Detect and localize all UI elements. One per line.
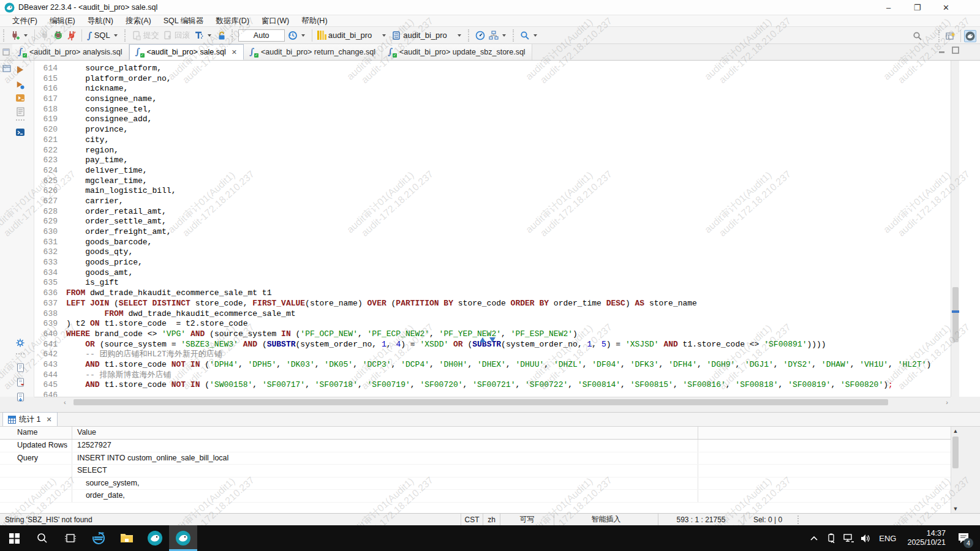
quick-access-search-button[interactable] — [911, 30, 924, 42]
maximize-editor-icon[interactable] — [480, 337, 486, 342]
line-number: 644 — [34, 370, 64, 381]
dbeaver-taskbar-button-active[interactable] — [169, 525, 197, 551]
taskbar-search-button[interactable] — [28, 525, 56, 551]
minimize-button[interactable]: – — [874, 0, 903, 15]
usb-device-icon[interactable] — [824, 525, 839, 551]
scroll-left-icon[interactable]: ‹ — [64, 398, 66, 407]
status-write-mode[interactable]: 可写 — [500, 514, 554, 525]
status-selection[interactable]: Sel: 0 | 0 — [744, 514, 791, 525]
open-perspective-button[interactable] — [944, 30, 957, 42]
rollback-button[interactable]: 回滚 — [161, 29, 192, 42]
execute-sql-new-tab-icon[interactable] — [15, 79, 26, 90]
disconnect-button[interactable] — [65, 29, 78, 42]
code-area[interactable]: source_platform, platform_order_no, nick… — [64, 61, 951, 397]
chevron-down-icon[interactable] — [458, 34, 461, 37]
editor-vertical-scrollbar[interactable] — [951, 61, 959, 397]
close-button[interactable]: ✕ — [932, 0, 960, 15]
panel-icon[interactable] — [2, 64, 11, 73]
sash-controls[interactable] — [480, 337, 496, 342]
statistics-tab[interactable]: 统计 1 ✕ — [2, 412, 58, 426]
minimize-editor-icon[interactable] — [489, 337, 496, 342]
reconnect-button[interactable] — [51, 29, 65, 42]
close-icon[interactable]: ✕ — [232, 48, 237, 56]
search-button[interactable] — [518, 29, 541, 42]
chevron-down-icon[interactable] — [114, 34, 118, 37]
tray-chevron-up-icon[interactable] — [807, 525, 821, 551]
minimize-view-icon[interactable] — [938, 47, 946, 54]
language-indicator[interactable]: ENG — [875, 534, 900, 543]
connection-selector[interactable]: audit_bi_pro — [315, 29, 390, 41]
taskbar-clock[interactable]: 14:37 2025/10/21 — [902, 529, 951, 547]
database-selector[interactable]: audit_bi_pro — [390, 29, 465, 42]
table-row[interactable]: order_date, — [0, 490, 951, 503]
start-button[interactable] — [0, 525, 28, 551]
autocommit-lock-button[interactable] — [215, 29, 228, 42]
menu-item[interactable]: 窗口(W) — [255, 16, 295, 26]
line-number: 640 — [34, 329, 64, 340]
menu-item[interactable]: SQL 编辑器 — [157, 16, 210, 26]
new-connection-button[interactable] — [9, 29, 31, 42]
menu-item[interactable]: 文件(F) — [6, 16, 43, 26]
dbeaver-perspective-button[interactable] — [964, 30, 976, 42]
table-row[interactable]: QueryINSERT INTO custom_online_sale_bill… — [0, 452, 951, 465]
maximize-view-icon[interactable] — [952, 47, 959, 54]
volume-icon[interactable] — [858, 525, 873, 551]
connect-button[interactable] — [38, 29, 51, 42]
table-row[interactable]: SELECT — [0, 465, 951, 478]
dashboard-button[interactable] — [473, 29, 487, 42]
scroll-right-icon[interactable]: › — [946, 398, 948, 407]
chevron-down-icon[interactable] — [382, 34, 386, 37]
file-explorer-button[interactable] — [113, 525, 141, 551]
script-statistics-icon[interactable] — [15, 106, 26, 117]
chevron-down-icon[interactable] — [208, 34, 211, 37]
taskbar: ENG 14:37 2025/10/21 4 — [0, 525, 980, 551]
network-icon[interactable] — [841, 525, 856, 551]
internet-explorer-button[interactable] — [85, 525, 113, 551]
explain-plan-gear-icon[interactable] — [15, 337, 26, 348]
execute-script-icon[interactable] — [15, 92, 26, 103]
transaction-mode-combo[interactable]: Auto — [238, 29, 285, 42]
table-row[interactable]: Updated Rows12527927 — [0, 440, 951, 452]
dbeaver-taskbar-button[interactable] — [141, 525, 169, 551]
status-timezone[interactable]: CST — [461, 514, 483, 525]
menu-item[interactable]: 导航(N) — [81, 16, 119, 26]
menu-item[interactable]: 帮助(H) — [295, 16, 333, 26]
execution-plan-button[interactable] — [487, 29, 510, 42]
results-vertical-scrollbar[interactable]: ▲ ▼ — [951, 427, 959, 513]
load-sql-file-icon[interactable] — [15, 362, 26, 373]
maximize-button[interactable]: ❐ — [903, 0, 932, 15]
execute-sql-icon[interactable] — [15, 64, 26, 75]
scrollbar-thumb[interactable] — [74, 399, 888, 405]
chevron-down-icon[interactable] — [502, 34, 506, 37]
editor-tab[interactable]: ∫✓<audit_bi_pro> analysis.sql — [12, 44, 129, 60]
action-center-button[interactable]: 4 — [953, 525, 974, 551]
restore-panel-icon[interactable] — [0, 44, 12, 60]
scroll-up-icon[interactable]: ▲ — [951, 428, 960, 434]
chevron-down-icon[interactable] — [24, 34, 28, 37]
chevron-down-icon[interactable] — [533, 34, 537, 37]
menu-item[interactable]: 编辑(E) — [43, 16, 81, 26]
editor-horizontal-scrollbar[interactable]: ‹ › — [34, 397, 951, 407]
editor-tab[interactable]: ∫✓<audit_bi_pro> update_sbz_store.sql — [382, 44, 532, 60]
scroll-down-icon[interactable]: ▼ — [951, 506, 960, 512]
menu-item[interactable]: 数据库(D) — [209, 16, 255, 26]
table-row[interactable]: source_system, — [0, 478, 951, 490]
column-header-name[interactable]: Name — [0, 427, 72, 439]
transaction-history-button[interactable] — [286, 29, 309, 42]
column-header-value[interactable]: Value — [72, 427, 698, 439]
editor-tab[interactable]: ∫✓<audit_bi_pro> return_change.sql — [244, 44, 382, 60]
menu-item[interactable]: 搜索(A) — [119, 16, 157, 26]
sql-editor-button[interactable]: ∫ SQL — [85, 29, 121, 42]
commit-button[interactable]: 提交 — [130, 29, 161, 42]
chevron-down-icon[interactable] — [301, 34, 305, 37]
save-sql-file-icon[interactable] — [15, 377, 26, 388]
status-language[interactable]: zh — [483, 514, 500, 525]
close-icon[interactable]: ✕ — [46, 416, 51, 424]
transaction-log-button[interactable] — [192, 29, 215, 42]
editor-tab[interactable]: ∫✓<audit_bi_pro> sale.sql✕ — [129, 44, 244, 60]
status-insert-mode[interactable]: 智能插入 — [554, 514, 658, 525]
export-sql-file-icon[interactable] — [15, 391, 26, 402]
task-view-button[interactable] — [56, 525, 85, 551]
sql-console-icon[interactable] — [15, 127, 26, 138]
status-caret-position[interactable]: 593 : 1 : 21755 — [658, 514, 744, 525]
